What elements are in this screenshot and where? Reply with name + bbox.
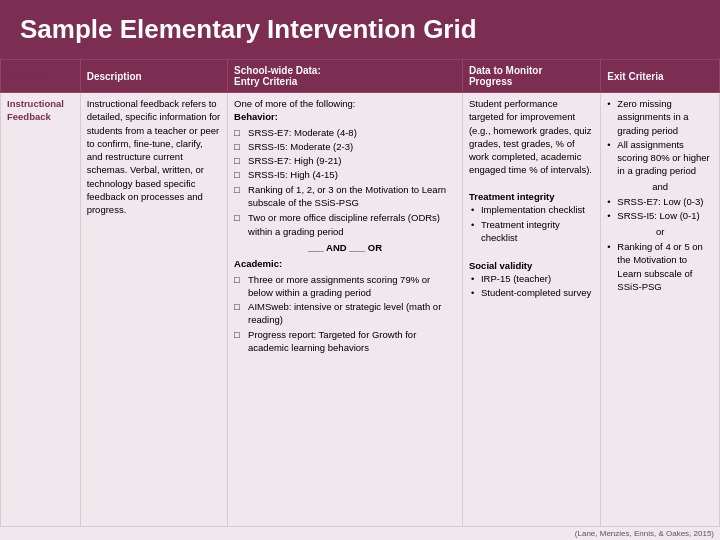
exit-item: SRSS-I5: Low (0-1) [607,209,713,222]
treatment-list: Implementation checklist Treatment integ… [469,203,594,244]
cell-support: InstructionalFeedback [1,93,81,527]
page: Sample Elementary Intervention Grid Supp… [0,0,720,540]
exit-ranking-list: Ranking of 4 or 5 on the Motivation to L… [607,240,713,293]
social-label: Social validity [469,259,594,272]
col-header-school: School-wide Data:Entry Criteria [228,60,463,93]
exit-list: Zero missing assignments in a grading pe… [607,97,713,178]
page-title: Sample Elementary Intervention Grid [0,0,720,59]
cell-description: Instructional feedback refers to detaile… [80,93,227,527]
treatment-item: Treatment integrity checklist [469,218,594,245]
table-wrapper: Support Description School-wide Data:Ent… [0,59,720,540]
exit-item: Zero missing assignments in a grading pe… [607,97,713,137]
social-item: IRP-15 (teacher) [469,272,594,285]
behavior-list: SRSS-E7: Moderate (4-8) SRSS-I5: Moderat… [234,126,456,210]
col-header-monitor: Data to MonitorProgress [462,60,600,93]
monitor-intro: Student performance targeted for improve… [469,97,594,177]
exit-item: SRSS-E7: Low (0-3) [607,195,713,208]
academic-item: Three or more assignments scoring 79% or… [234,273,456,300]
treatment-item: Implementation checklist [469,203,594,216]
exit-item: Ranking of 4 or 5 on the Motivation to L… [607,240,713,293]
entry-intro: One of more of the following: [234,97,456,110]
exit-item: All assignments scoring 80% or higher in… [607,138,713,178]
social-item: Student-completed survey [469,286,594,299]
behavior-item: SRSS-E7: Moderate (4-8) [234,126,456,139]
cell-exit: Zero missing assignments in a grading pe… [601,93,720,527]
col-header-exit: Exit Criteria [601,60,720,93]
academic-item: AIMSweb: intensive or strategic level (m… [234,300,456,327]
footer-citation: (Lane, Menzies, Ennis, & Oakes, 2015) [0,527,720,540]
support-label: InstructionalFeedback [7,98,64,122]
col-header-description: Description [80,60,227,93]
exit-or: or [607,225,713,238]
social-list: IRP-15 (teacher) Student-completed surve… [469,272,594,300]
description-text: Instructional feedback refers to detaile… [87,98,221,215]
behavior-extra-list: Two or more office discipline referrals … [234,211,456,238]
behavior-item: Ranking of 1, 2, or 3 on the Motivation … [234,183,456,210]
academic-list: Three or more assignments scoring 79% or… [234,273,456,355]
exit-srss-list: SRSS-E7: Low (0-3) SRSS-I5: Low (0-1) [607,195,713,223]
behavior-label: Behavior: [234,110,456,123]
behavior-item: SRSS-I5: High (4-15) [234,168,456,181]
behavior-item: SRSS-E7: High (9-21) [234,154,456,167]
exit-and: and [607,180,713,193]
behavior-extra-item: Two or more office discipline referrals … [234,211,456,238]
cell-school-wide: One of more of the following: Behavior: … [228,93,463,527]
and-or-text: ___ AND ___ OR [234,241,456,254]
intervention-grid-table: Support Description School-wide Data:Ent… [0,59,720,527]
behavior-item: SRSS-I5: Moderate (2-3) [234,140,456,153]
cell-monitor: Student performance targeted for improve… [462,93,600,527]
table-row: InstructionalFeedback Instructional feed… [1,93,720,527]
col-header-support: Support [1,60,81,93]
academic-item: Progress report: Targeted for Growth for… [234,328,456,355]
academic-label: Academic: [234,257,456,270]
treatment-label: Treatment integrity [469,190,594,203]
